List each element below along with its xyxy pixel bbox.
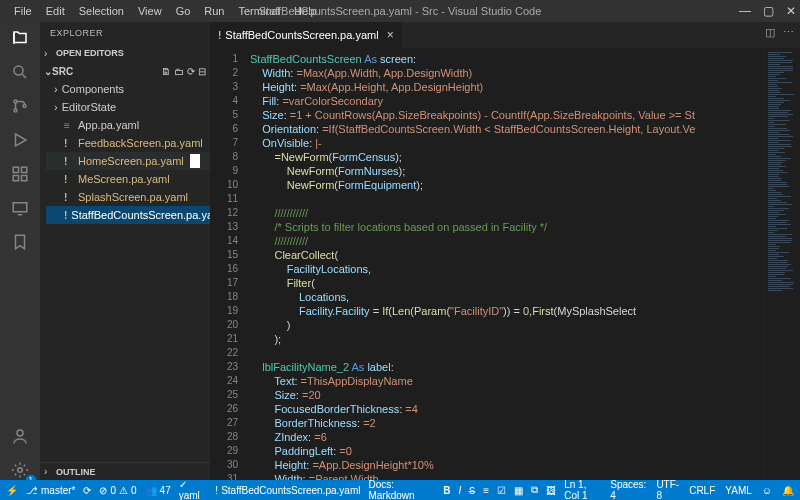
menu-go[interactable]: Go — [170, 3, 197, 19]
window-controls: — ▢ ✕ — [739, 4, 796, 18]
svg-rect-6 — [13, 176, 18, 181]
svg-point-10 — [18, 468, 23, 473]
file-tree: ›Components›EditorStateApp.pa.yamlFeedba… — [40, 80, 210, 224]
file-path-status[interactable]: ! StaffBedCountsScreen.pa.yaml — [215, 485, 360, 496]
close-tab-icon[interactable]: × — [387, 28, 394, 42]
minimize-button[interactable]: — — [739, 4, 751, 18]
svg-point-1 — [14, 100, 17, 103]
file-item[interactable]: HomeScreen.pa.yaml — [46, 152, 210, 170]
link-format[interactable]: ⧉ — [531, 484, 538, 496]
feedback-icon[interactable]: ☺ — [762, 485, 772, 496]
statusbar: ⚡ ⎇ master* ⟳ ⊘ 0 ⚠ 0 👥 47 ✓ yaml ! Staf… — [0, 480, 800, 500]
titlebar: FileEditSelectionViewGoRunTerminalHelp S… — [0, 0, 800, 22]
svg-rect-7 — [22, 176, 27, 181]
outline-section[interactable]: ›OUTLINE — [40, 462, 210, 480]
editor-tabs: StaffBedCountsScreen.pa.yaml × ◫ ⋯ — [210, 22, 800, 48]
remote-indicator[interactable]: ⚡ — [6, 485, 18, 496]
modified-icon — [218, 29, 221, 41]
bookmark-icon[interactable] — [10, 232, 30, 252]
modified-file-icon — [64, 210, 67, 220]
file-item[interactable]: StaffBedCountsScreen.pa.yaml — [46, 206, 210, 224]
image-format[interactable]: 🖼 — [546, 485, 556, 496]
sync-indicator[interactable]: ⟳ — [83, 485, 91, 496]
italic-format[interactable]: I — [459, 485, 462, 496]
live-share-indicator[interactable]: 👥 47 — [145, 485, 171, 496]
file-item[interactable]: App.pa.yaml — [46, 116, 210, 134]
explorer-icon[interactable] — [10, 28, 30, 48]
svg-point-3 — [23, 105, 26, 108]
modified-file-icon — [64, 174, 74, 184]
folder-item[interactable]: ›Components — [46, 80, 210, 98]
menu-edit[interactable]: Edit — [40, 3, 71, 19]
encoding-status[interactable]: UTF-8 — [656, 479, 679, 500]
explorer-sidebar: EXPLORER ›OPEN EDITORS ⌄SRC 🗎 🗀 ⟳ ⊟ ›Com… — [40, 22, 210, 480]
extensions-icon[interactable] — [10, 164, 30, 184]
problems-indicator[interactable]: ⊘ 0 ⚠ 0 — [99, 485, 136, 496]
folder-item[interactable]: ›EditorState — [46, 98, 210, 116]
account-icon[interactable] — [10, 426, 30, 446]
search-icon[interactable] — [10, 62, 30, 82]
svg-rect-8 — [13, 203, 27, 212]
modified-file-icon — [64, 138, 74, 148]
menu-run[interactable]: Run — [198, 3, 230, 19]
explorer-title: EXPLORER — [40, 22, 210, 44]
branch-indicator[interactable]: ⎇ master* — [26, 485, 75, 496]
svg-rect-5 — [22, 167, 27, 172]
remote-icon[interactable] — [10, 198, 30, 218]
collapse-icon[interactable]: ⊟ — [198, 66, 206, 77]
file-item[interactable]: FeedbackScreen.pa.yaml — [46, 134, 210, 152]
source-control-icon[interactable] — [10, 96, 30, 116]
cursor-position[interactable]: Ln 1, Col 1 — [564, 479, 600, 500]
docs-status[interactable]: Docs: Markdown — [368, 479, 435, 500]
new-file-icon[interactable]: 🗎 — [161, 66, 171, 77]
line-gutter: 1234567891011121314151617181920212223242… — [210, 48, 244, 480]
svg-point-2 — [14, 109, 17, 112]
svg-point-0 — [14, 66, 23, 75]
notifications-icon[interactable]: 🔔 — [782, 485, 794, 496]
run-debug-icon[interactable] — [10, 130, 30, 150]
code-editor[interactable]: StaffBedCountsScreen As screen: Width: =… — [244, 48, 764, 480]
new-folder-icon[interactable]: 🗀 — [174, 66, 184, 77]
editor-area: StaffBedCountsScreen.pa.yaml × ◫ ⋯ 12345… — [210, 22, 800, 480]
modified-file-icon — [64, 192, 74, 202]
table-format[interactable]: ▦ — [514, 485, 523, 496]
bold-format[interactable]: B — [443, 485, 450, 496]
yaml-status[interactable]: ✓ yaml — [179, 479, 208, 500]
open-editors-section[interactable]: ›OPEN EDITORS — [40, 44, 210, 62]
window-title: StaffBedCountsScreen.pa.yaml - Src - Vis… — [259, 5, 542, 17]
eol-status[interactable]: CRLF — [689, 485, 715, 496]
indent-status[interactable]: Spaces: 4 — [610, 479, 646, 500]
svg-point-9 — [17, 430, 23, 436]
menu-selection[interactable]: Selection — [73, 3, 130, 19]
settings-gear-icon[interactable] — [10, 460, 30, 480]
list-format[interactable]: ≡ — [483, 485, 489, 496]
activitybar — [0, 22, 40, 480]
refresh-icon[interactable]: ⟳ — [187, 66, 195, 77]
more-actions-icon[interactable]: ⋯ — [783, 26, 794, 39]
language-status[interactable]: YAML — [725, 485, 752, 496]
maximize-button[interactable]: ▢ — [763, 4, 774, 18]
tab-label: StaffBedCountsScreen.pa.yaml — [225, 29, 378, 41]
minimap[interactable] — [764, 48, 800, 480]
modified-file-icon — [64, 156, 74, 166]
close-button[interactable]: ✕ — [786, 4, 796, 18]
file-icon — [64, 120, 74, 130]
svg-rect-4 — [13, 167, 18, 172]
menu-view[interactable]: View — [132, 3, 168, 19]
src-folder-header[interactable]: ⌄SRC 🗎 🗀 ⟳ ⊟ — [40, 62, 210, 80]
checkbox-format[interactable]: ☑ — [497, 485, 506, 496]
strike-format[interactable]: S̶ — [469, 485, 475, 496]
file-item[interactable]: SplashScreen.pa.yaml — [46, 188, 210, 206]
menu-file[interactable]: File — [8, 3, 38, 19]
tab-staffbedcounts[interactable]: StaffBedCountsScreen.pa.yaml × — [210, 22, 403, 48]
file-item[interactable]: MeScreen.pa.yaml — [46, 170, 210, 188]
split-editor-icon[interactable]: ◫ — [765, 26, 775, 39]
cursor-icon — [190, 154, 200, 168]
